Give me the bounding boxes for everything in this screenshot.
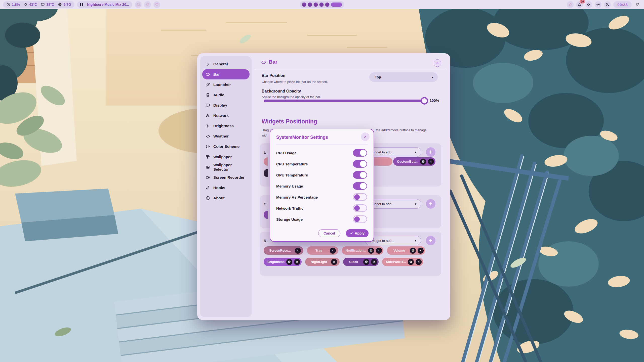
memory-usage-toggle[interactable] <box>353 182 367 190</box>
storage-usage-toggle[interactable] <box>353 215 367 223</box>
widget-chip[interactable]: Clock ⚙ × <box>343 258 379 266</box>
favorite-button[interactable] <box>144 1 151 8</box>
sidebar-item-weather[interactable]: Weather <box>202 131 250 141</box>
opacity-slider-handle[interactable] <box>421 97 428 105</box>
widget-chip[interactable]: CustomButt... ⚙ × <box>393 157 435 166</box>
center-add-widget-button[interactable]: + <box>426 199 435 209</box>
sidebar-item-display[interactable]: Display <box>202 100 250 110</box>
widgets-positioning-title: Widgets Positioning <box>262 118 317 125</box>
chip-settings-button[interactable]: ⚙ <box>408 259 414 265</box>
gear-icon: ⚙ <box>365 260 368 264</box>
sidebar-label: Audio <box>213 93 224 97</box>
clock-text: 00:28 <box>617 3 628 7</box>
emoji-button[interactable] <box>135 1 142 8</box>
network-traffic-toggle[interactable] <box>353 204 367 212</box>
cpu-temperature-toggle[interactable] <box>353 160 367 168</box>
toggle-row-storage-usage: Storage Usage <box>270 214 374 225</box>
left-add-widget-button[interactable]: + <box>426 147 435 157</box>
chip-settings-button[interactable]: ⚙ <box>368 248 374 254</box>
workspace-switcher[interactable] <box>300 1 344 8</box>
chip-remove-button[interactable]: × <box>371 259 377 265</box>
memory-value: 9.7G <box>63 3 71 7</box>
workspace-active-indicator[interactable] <box>331 3 342 7</box>
sidebar-label: Color Scheme <box>213 144 239 149</box>
toggle-row-cpu-temperature: CPU Temperature <box>270 158 374 169</box>
chip-settings-button[interactable]: ⚙ <box>286 259 292 265</box>
chip-remove-button[interactable]: × <box>418 248 424 254</box>
sidebar-item-audio[interactable]: Audio <box>202 90 250 100</box>
gear-icon: ⚙ <box>288 260 291 264</box>
memory-stat: 9.7G <box>58 3 71 7</box>
chip-label: NightLight <box>311 260 327 264</box>
workspace-dot[interactable] <box>325 3 330 7</box>
monitor-icon <box>206 103 210 108</box>
close-icon: × <box>296 260 298 264</box>
dialog-title: SystemMonitor Settings <box>276 135 328 140</box>
chip-remove-button[interactable]: × <box>376 248 382 254</box>
brightness-button[interactable] <box>595 1 601 8</box>
window-close-button[interactable]: × <box>434 59 441 67</box>
volume-button[interactable] <box>585 1 592 8</box>
chip-remove-button[interactable]: × <box>294 259 300 265</box>
chip-settings-button[interactable]: ⚙ <box>420 159 426 165</box>
bar-position-dropdown[interactable]: Top ▼ <box>369 72 438 82</box>
like-button[interactable] <box>153 1 160 8</box>
sidebar-item-brightness[interactable]: Brightness <box>202 121 250 131</box>
bar-position-label: Bar Position <box>262 73 285 78</box>
top-bar: 1.8% 43°C 38°C 9.7G Nightcore Music Mix … <box>0 0 644 9</box>
sidebar-item-about[interactable]: About <box>202 193 250 203</box>
workspace-dot[interactable] <box>314 3 318 7</box>
widgets-description-fragment: the add/remove buttons to manage <box>376 128 427 132</box>
sidebar-label: Display <box>213 103 227 108</box>
night-light-button[interactable] <box>604 1 611 8</box>
sidebar-item-bar[interactable]: Bar <box>202 69 250 79</box>
close-icon: × <box>420 249 421 252</box>
toggle-row-gpu-temperature: GPU Temperature <box>270 169 374 180</box>
sidebar-item-screen-recorder[interactable]: Screen Recorder <box>202 172 250 183</box>
widget-chip[interactable]: Brightness ⚙ × <box>264 258 302 266</box>
chip-settings-button[interactable]: ⚙ <box>410 248 416 254</box>
sidebar-item-hooks[interactable]: Hooks <box>202 183 250 193</box>
sidebar-item-wallpaper[interactable]: Wallpaper <box>202 152 250 162</box>
sidebar-item-launcher[interactable]: Launcher <box>202 79 250 90</box>
system-stats-widget[interactable]: 1.8% 43°C 38°C 9.7G <box>3 1 74 8</box>
rocket-icon <box>206 82 210 87</box>
cancel-button[interactable]: Cancel <box>318 229 340 237</box>
right-add-widget-button[interactable]: + <box>426 236 435 245</box>
chip-settings-button[interactable]: ⚙ <box>363 259 369 265</box>
widget-chip[interactable]: NightLight × <box>305 258 340 266</box>
color-picker-button[interactable] <box>567 1 574 8</box>
gpu-temperature-toggle[interactable] <box>353 171 367 179</box>
chip-remove-button[interactable]: × <box>330 248 336 254</box>
sidebar-item-network[interactable]: Network <box>202 110 250 121</box>
cpu-usage-toggle[interactable] <box>353 149 367 157</box>
media-player-widget[interactable]: Nightcore Music Mix 20... <box>77 1 132 8</box>
chip-remove-button[interactable]: × <box>331 259 337 265</box>
widget-chip[interactable]: SidePanelT... ⚙ × <box>382 258 423 266</box>
dialog-close-button[interactable]: × <box>361 132 370 141</box>
memory-as-percentage-toggle[interactable] <box>353 193 367 201</box>
widget-chip[interactable]: ScreenReco... × <box>264 246 303 255</box>
opacity-slider-track[interactable] <box>264 100 425 102</box>
chip-remove-button[interactable]: × <box>428 159 434 165</box>
widget-chip[interactable]: Volume ⚙ × <box>387 246 425 255</box>
dashboard-button[interactable] <box>634 1 641 8</box>
sidebar-item-wallpaper-selector[interactable]: Wallpaper Selector <box>202 162 250 172</box>
close-icon: × <box>373 260 375 264</box>
notifications-button[interactable]: 10 <box>576 1 583 8</box>
widget-chip[interactable]: Tray × <box>307 246 338 255</box>
widget-chip[interactable]: Notification... ⚙ × <box>342 246 383 255</box>
clock-widget[interactable]: 00:28 <box>613 1 632 8</box>
sidebar-item-color-scheme[interactable]: Color Scheme <box>202 141 250 152</box>
right-section-label: R <box>264 239 266 243</box>
cpu-usage-value: 1.8% <box>12 3 20 7</box>
sidebar-item-general[interactable]: General <box>202 59 250 69</box>
workspace-dot[interactable] <box>319 3 324 7</box>
chip-remove-button[interactable]: × <box>295 248 301 254</box>
apply-button[interactable]: ✓ Apply <box>346 229 369 237</box>
workspace-dot[interactable] <box>308 3 312 7</box>
workspace-dot[interactable] <box>302 3 306 7</box>
chip-remove-button[interactable]: × <box>416 259 422 265</box>
chip-label: Brightness <box>267 260 285 264</box>
gpu-temp-value: 38°C <box>46 3 54 7</box>
